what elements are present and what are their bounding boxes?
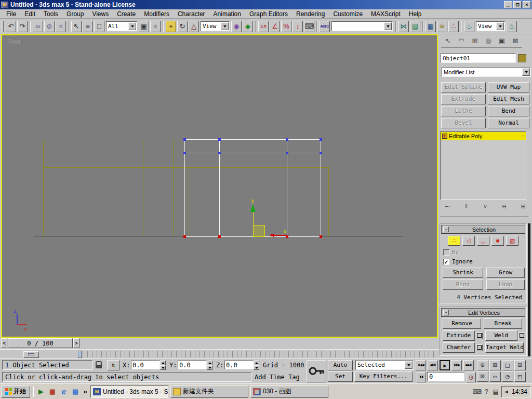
use-center-icon[interactable]: ◉ [231, 21, 242, 32]
selection-filter-dropdown[interactable]: All [106, 21, 137, 31]
chamfer-button[interactable]: Chamfer [443, 342, 475, 353]
menu-rendering[interactable]: Rendering [292, 10, 329, 18]
viewport-front[interactable]: Front yxzx [1, 34, 438, 338]
trackbar-selection-icon[interactable] [23, 351, 39, 358]
keyboard-shortcut-override-icon[interactable]: ⌨ [304, 21, 314, 32]
remove-button[interactable]: Remove [443, 318, 481, 329]
select-and-scale-icon[interactable]: △ [189, 21, 199, 32]
time-slider-handle[interactable]: 0 / 100 [8, 338, 73, 348]
percent-snap-icon[interactable]: % [281, 21, 291, 32]
tab-utilities[interactable]: ⊠ [509, 35, 522, 48]
select-and-manipulate-icon[interactable]: ◆ [243, 21, 253, 32]
redo-icon[interactable]: ↷ [17, 21, 28, 32]
image-viewer-icon[interactable]: ▦ [47, 387, 58, 397]
select-object-icon[interactable]: ↖ [71, 21, 82, 32]
menu-tools[interactable]: Tools [39, 10, 62, 18]
spinner-snap-icon[interactable]: ↕ [292, 21, 303, 32]
select-and-move-icon[interactable]: + [166, 21, 176, 32]
key-mode-toggle-button[interactable]: ▮▮ [417, 372, 426, 382]
y-coordinate-field[interactable] [178, 361, 207, 369]
modifier-preset-uvw-map[interactable]: UVW Map [488, 82, 529, 92]
menu-customize[interactable]: Customize [329, 10, 367, 18]
modifier-preset-bend[interactable]: Bend [488, 106, 529, 116]
tab-create[interactable]: ↖ [441, 35, 455, 48]
track-bar[interactable] [0, 349, 439, 358]
time-slider-prev[interactable]: < [1, 338, 7, 348]
collapse-icon[interactable]: - [443, 310, 449, 315]
current-frame-field[interactable] [427, 372, 464, 381]
checkbox-by[interactable]: By [440, 249, 526, 256]
x-spinner[interactable] [160, 361, 166, 370]
transform-type-in-icon[interactable]: ⇅ [107, 360, 119, 370]
weld-button-settings-icon[interactable] [518, 332, 525, 339]
menu-maxscript[interactable]: MAXScript [367, 10, 405, 18]
grow-button[interactable]: Grow [486, 268, 525, 278]
pan-hand-icon[interactable]: ↔ [489, 371, 501, 382]
target-weld-button[interactable]: Target Weld [485, 342, 524, 353]
add-time-tag[interactable]: Add Time Tag [254, 372, 304, 382]
mirror-icon[interactable]: ⋈ [398, 21, 409, 32]
bind-to-space-warp-icon[interactable]: ≈ [56, 21, 66, 32]
select-and-rotate-icon[interactable]: ↻ [177, 21, 188, 32]
make-unique-icon[interactable]: ∨ [480, 203, 490, 211]
zoom-extents-all-icon[interactable]: ⊡ [514, 360, 526, 370]
selection-lock-icon[interactable] [96, 361, 102, 368]
x-coordinate-field[interactable] [131, 361, 160, 369]
layer-manager-icon[interactable]: ▦ [425, 21, 436, 32]
key-filter-dropdown[interactable]: Selected [355, 360, 414, 370]
tab-motion[interactable]: ◎ [482, 35, 495, 48]
window-layers-icon[interactable]: ▤ [491, 387, 500, 396]
region-zoom-icon[interactable]: ⊠ [477, 371, 488, 382]
minimize-button[interactable]: _ [504, 1, 512, 8]
tab-display[interactable]: ▣ [495, 35, 509, 48]
start-button[interactable]: 开始 [1, 385, 30, 398]
vertex-icon[interactable]: ∴ [448, 236, 460, 246]
rectangular-selection-region-icon[interactable]: □ [94, 21, 104, 32]
menu-modifiers[interactable]: Modifiers [140, 10, 174, 18]
reference-coordinate-dropdown[interactable]: View [201, 21, 230, 31]
schematic-view-icon[interactable]: ∴ [448, 21, 459, 32]
edit-vertices-rollout-header[interactable]: - Edit Vertices [441, 308, 525, 317]
show-desktop-icon[interactable]: ▤ [70, 387, 81, 397]
help-tray-icon[interactable]: ? [482, 387, 491, 396]
ime-keyboard-icon[interactable]: ⌨ [472, 387, 482, 396]
panel-scrollbar[interactable] [528, 223, 530, 356]
border-icon[interactable]: ◡ [477, 236, 489, 246]
menu-file[interactable]: File [2, 10, 20, 18]
taskbar-task[interactable]: 新建文件夹 [170, 385, 248, 398]
restore-button[interactable]: ⊡ [513, 1, 522, 8]
show-end-result-icon[interactable]: ‖ [461, 203, 472, 211]
ring-button[interactable]: Ring [443, 280, 483, 290]
edit-named-selections-icon[interactable]: ABC [320, 21, 330, 32]
zoom-icon[interactable]: ⊙ [477, 360, 488, 370]
tab-hierarchy[interactable]: ⊞ [468, 35, 482, 48]
chamfer-button-settings-icon[interactable] [476, 344, 483, 351]
object-color-swatch[interactable] [518, 54, 526, 62]
menu-create[interactable]: Create [113, 10, 140, 18]
configure-modifier-sets-icon[interactable]: ⊞ [518, 203, 528, 211]
menu-group[interactable]: Group [62, 10, 88, 18]
crossing-selection-icon[interactable]: ∗ [150, 21, 161, 32]
modifier-preset-edit-spline[interactable]: Edit Spline [441, 82, 486, 92]
min-max-toggle-icon[interactable]: ◰ [514, 371, 526, 382]
toolbar-drag-handle[interactable] [2, 21, 4, 32]
tray-collapse-arrow[interactable]: « [505, 388, 509, 395]
menu-edit[interactable]: Edit [20, 10, 39, 18]
menu-views[interactable]: Views [88, 10, 113, 18]
go-to-end-button[interactable]: ▶▶▮ [463, 360, 474, 370]
align-icon[interactable]: ▤ [410, 21, 420, 32]
auto-key-button[interactable]: Auto Key [328, 360, 353, 370]
undo-icon[interactable]: ↶ [6, 21, 16, 32]
remove-modifier-icon[interactable]: ⊖ [499, 203, 510, 211]
time-slider-next[interactable]: > [73, 338, 79, 348]
edge-icon[interactable]: ◁ [462, 236, 475, 246]
object-name-field[interactable] [441, 54, 516, 63]
quick-render-icon[interactable]: ♨ [507, 21, 517, 32]
selection-rollout-header[interactable]: - Selection [441, 225, 525, 234]
modifier-preset-extrude[interactable]: Extrude [441, 94, 486, 104]
y-spinner[interactable] [207, 361, 212, 370]
stack-item-editable-poly[interactable]: +Editable Poly∴ [441, 132, 526, 140]
extrude-button-settings-icon[interactable] [476, 332, 483, 339]
curve-editor-icon[interactable]: ≋ [437, 21, 447, 32]
play-button[interactable]: ▶ [440, 360, 450, 370]
